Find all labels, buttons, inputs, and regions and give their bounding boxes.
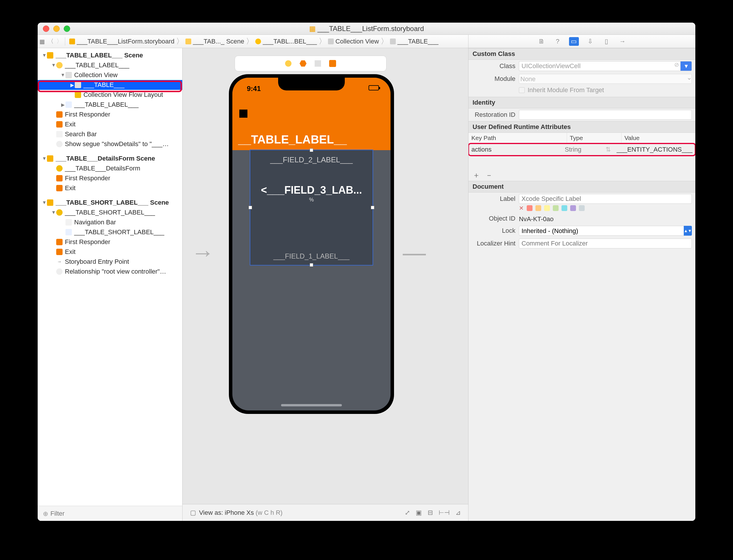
outline-row[interactable]: Search Bar	[38, 129, 182, 139]
object-id-value: NvA-KT-0ao	[519, 214, 554, 223]
outline-row[interactable]: First Responder	[38, 237, 182, 247]
restoration-id-label: Restoration ID	[472, 111, 515, 119]
collection-view-cell[interactable]: ___FIELD_2_LABEL___ <___FIELD_3_LAB... %…	[250, 150, 372, 265]
outline-row[interactable]: Navigation Bar	[38, 217, 182, 227]
resize-handle-top[interactable]	[310, 148, 313, 152]
resolve-issues-button[interactable]: ⊿	[455, 509, 461, 517]
resize-handle-bottom[interactable]	[310, 263, 313, 267]
help-inspector-tab[interactable]: ?	[553, 37, 563, 46]
inherit-module-label: Inherit Module From Target	[527, 86, 604, 94]
class-dropdown-button[interactable]: ▾	[680, 61, 692, 71]
field-3-percent: %	[250, 197, 372, 203]
outline-row[interactable]: Exit	[38, 183, 182, 193]
swatch-gray[interactable]	[579, 205, 585, 211]
localizer-hint-input[interactable]	[519, 239, 692, 248]
search-bar-dock-icon[interactable]	[315, 60, 321, 67]
outline-row[interactable]: ▶___TABLE___	[38, 80, 182, 90]
outline-row[interactable]: ▼___TABLE_LABEL___ Scene	[38, 50, 182, 60]
inherit-module-checkbox[interactable]	[519, 87, 525, 93]
field-2-label: ___FIELD_2_LABEL___	[250, 155, 372, 164]
device-frame: 9:41 __TABLE_LABEL__ ___FIELD_2_LABEL___…	[229, 74, 394, 414]
window-title: ▦___TABLE___ListForm.storyboard	[38, 25, 695, 33]
runtime-type[interactable]: String	[565, 146, 581, 153]
identity-inspector-tab[interactable]: ▭	[569, 37, 579, 46]
view-controller-icon[interactable]	[285, 60, 292, 67]
type-stepper-icon[interactable]: ⇅	[605, 146, 611, 153]
pin-button[interactable]: ⊢⊣	[439, 509, 450, 517]
outline-row[interactable]: ▼Collection View	[38, 70, 182, 80]
file-inspector-tab[interactable]: 🗎	[536, 37, 546, 46]
outline-filter[interactable]	[42, 509, 178, 518]
outline-row[interactable]: ▶___TABLE_LABEL___	[38, 100, 182, 110]
exit-icon[interactable]	[329, 60, 336, 67]
outline-row[interactable]: ▼___TABLE_LABEL___	[38, 60, 182, 70]
notch	[278, 78, 345, 90]
segue-arrow-in-icon: →	[191, 239, 214, 266]
class-combo[interactable]: ⊘ ▾	[519, 61, 692, 71]
doc-label-input[interactable]	[519, 194, 692, 204]
attributes-inspector-tab[interactable]: ⇩	[585, 37, 595, 46]
outline-row[interactable]: ___TABLE_SHORT_LABEL___	[38, 227, 182, 237]
size-inspector-tab[interactable]: ▯	[601, 37, 611, 46]
clear-label-color[interactable]: ✕	[519, 205, 524, 211]
lock-select[interactable]: Inherited - (Nothing)	[519, 226, 684, 236]
outline-row[interactable]: Exit	[38, 119, 182, 129]
back-indicator-icon	[239, 110, 248, 118]
breadcrumb[interactable]: ___TABLE___ListForm.storyboard〉 ___TAB..…	[68, 36, 468, 46]
resize-handle-left[interactable]	[249, 206, 252, 209]
outline-row[interactable]: Relationship "root view controller"…	[38, 267, 182, 277]
runtime-table-header: Key Path Type Value	[468, 133, 695, 143]
align-button[interactable]: ⊟	[427, 509, 433, 517]
titlebar: ▦___TABLE___ListForm.storyboard	[38, 23, 695, 35]
outline-row[interactable]: ___TABLE___DetailsForm	[38, 163, 182, 173]
document-section: Document	[468, 181, 695, 192]
runtime-attribute-row[interactable]: actions String⇅ ___ENTITY_ACTIONS___	[468, 143, 695, 156]
restoration-id-input[interactable]	[519, 110, 692, 120]
scene-dock[interactable]	[235, 56, 386, 71]
view-as-label[interactable]: View as: iPhone Xs (w C h R)	[199, 509, 283, 517]
toggle-outline-button[interactable]: ▢	[190, 509, 196, 517]
runtime-value[interactable]: ___ENTITY_ACTIONS___	[614, 143, 695, 156]
outline-row[interactable]: →Storyboard Entry Point	[38, 257, 182, 267]
outline-row[interactable]: Show segue "showDetails" to "___…	[38, 139, 182, 149]
swatch-teal[interactable]	[561, 205, 567, 211]
swatch-red[interactable]	[527, 205, 532, 211]
lock-dropdown-icon[interactable]: ▲▼	[684, 226, 692, 236]
outline-row[interactable]: ▼___TABLE_SHORT_LABEL___ Scene	[38, 198, 182, 208]
object-id-label: Object ID	[472, 215, 515, 222]
swatch-purple[interactable]	[570, 205, 576, 211]
outline-row[interactable]: ▼___TABLE_SHORT_LABEL___	[38, 208, 182, 217]
label-color-swatches: ✕	[468, 205, 695, 213]
embed-button[interactable]: ▣	[416, 509, 422, 517]
class-label: Class	[472, 62, 515, 70]
outline-row[interactable]: Collection View Flow Layout	[38, 90, 182, 100]
storyboard-file-icon: ▦	[309, 25, 316, 32]
back-button[interactable]: 〈	[46, 37, 55, 46]
first-responder-icon[interactable]	[300, 60, 307, 67]
add-attribute-button[interactable]: ＋	[472, 170, 480, 180]
clear-class-icon[interactable]: ⊘	[674, 61, 679, 68]
doc-label-label: Label	[472, 195, 515, 203]
module-select[interactable]: None	[519, 74, 692, 84]
swatch-orange[interactable]	[535, 205, 541, 211]
outline-filter-input[interactable]	[42, 509, 130, 518]
resize-handle-right[interactable]	[371, 206, 374, 209]
connections-inspector-tab[interactable]: →	[618, 37, 627, 46]
forward-button[interactable]: 〉	[55, 37, 64, 46]
swatch-green[interactable]	[553, 205, 559, 211]
document-outline: ▼___TABLE_LABEL___ Scene▼___TABLE_LABEL_…	[38, 48, 183, 521]
outline-row[interactable]: Exit	[38, 247, 182, 257]
identity-section: Identity	[468, 97, 695, 108]
outline-row[interactable]: First Responder	[38, 110, 182, 119]
runtime-keypath[interactable]: actions	[468, 143, 562, 156]
outline-row[interactable]: ▼___TABLE___DetailsForm Scene	[38, 154, 182, 163]
swatch-yellow[interactable]	[544, 205, 550, 211]
related-items-button[interactable]: ▦	[38, 37, 46, 46]
zoom-fit-button[interactable]: ⤢	[405, 509, 410, 517]
segue-arrow-out-icon: —	[403, 239, 426, 266]
remove-attribute-button[interactable]: －	[485, 170, 493, 180]
outline-row[interactable]: First Responder	[38, 173, 182, 183]
interface-builder-canvas[interactable]: → — 9:41 __TABLE_LABEL__	[183, 48, 468, 521]
battery-icon	[368, 85, 379, 90]
class-input[interactable]	[519, 61, 680, 71]
